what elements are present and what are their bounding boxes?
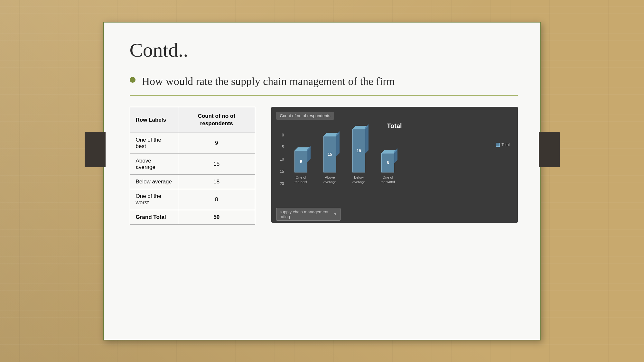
bar-front: 8 xyxy=(381,153,394,172)
bar-3d: 8 xyxy=(381,153,394,172)
bar-right xyxy=(307,146,311,162)
chart-filter-label: Count of no of respondents xyxy=(276,112,334,120)
bar-x-label: Belowaverage xyxy=(349,175,369,184)
chart-plot-area: 9 One ofthe best 15 Aboveaverage 18 xyxy=(286,133,513,205)
bar-3d: 15 xyxy=(323,136,336,172)
bullet-dot-icon xyxy=(130,77,135,83)
bar-right xyxy=(394,148,397,163)
data-table: Row Labels Count of no of respondents On… xyxy=(130,107,255,225)
table-row: One of the worst 8 xyxy=(130,189,255,210)
table-row: Above average 15 xyxy=(130,154,255,175)
table-footer-row: Grand Total 50 xyxy=(130,210,255,225)
bar-value-label: 9 xyxy=(300,159,302,164)
bullet-section: How would rate the supply chain manageme… xyxy=(130,74,518,96)
dropdown-arrow-icon: ▼ xyxy=(334,212,337,216)
bar-wrapper: 9 One ofthe best xyxy=(291,151,312,184)
bar-wrapper: 15 Aboveaverage xyxy=(320,136,341,184)
bars-group: 9 One ofthe best 15 Aboveaverage 18 xyxy=(286,133,398,184)
slide-title: Contd.. xyxy=(130,39,518,61)
bullet-point: How would rate the supply chain manageme… xyxy=(130,74,518,88)
bar-front: 18 xyxy=(352,129,365,172)
legend-box xyxy=(496,143,500,147)
row-value: 18 xyxy=(178,175,255,189)
bar-x-label: One ofthe best xyxy=(291,175,312,184)
chart-container: Count of no of respondents Total 20 15 1… xyxy=(271,107,518,223)
slide: Contd.. How would rate the supply chain … xyxy=(103,22,541,340)
bar-front: 15 xyxy=(323,136,336,172)
row-label: One of the best xyxy=(130,133,178,154)
bar-front: 9 xyxy=(294,151,307,172)
table-row: One of the best 9 xyxy=(130,133,255,154)
bar-3d: 18 xyxy=(352,129,365,172)
bar-right xyxy=(336,131,340,156)
row-value: 8 xyxy=(178,189,255,210)
table-row: Below average 18 xyxy=(130,175,255,189)
row-value: 15 xyxy=(178,154,255,175)
col1-header: Row Labels xyxy=(130,107,178,133)
bar-wrapper: 8 One ofthe worst xyxy=(378,153,398,184)
bar-right xyxy=(365,124,369,153)
chart-body: 20 15 10 5 0 9 One ofthe best xyxy=(276,133,513,205)
table-header-row: Row Labels Count of no of respondents xyxy=(130,107,255,133)
bar-value-label: 15 xyxy=(328,152,332,157)
bullet-text: How would rate the supply chain manageme… xyxy=(142,74,395,88)
bar-x-label: One ofthe worst xyxy=(378,175,398,184)
bar-value-label: 8 xyxy=(387,161,389,165)
legend-label: Total xyxy=(501,143,509,147)
chart-legend: Total xyxy=(496,143,509,147)
chart-main-title: Total xyxy=(276,122,513,130)
bar-wrapper: 18 Belowaverage xyxy=(349,129,369,184)
dropdown-label: supply chain management rating xyxy=(280,209,334,219)
chart-y-axis: 20 15 10 5 0 xyxy=(276,133,284,205)
footer-value: 50 xyxy=(178,210,255,225)
bar-value-label: 18 xyxy=(357,149,361,153)
divider-line xyxy=(130,95,518,96)
row-label: One of the worst xyxy=(130,189,178,210)
col2-header: Count of no of respondents xyxy=(178,107,255,133)
chart-dropdown[interactable]: supply chain management rating ▼ xyxy=(276,208,341,221)
footer-label: Grand Total xyxy=(130,210,178,225)
bar-x-label: Aboveaverage xyxy=(320,175,341,184)
content-area: Row Labels Count of no of respondents On… xyxy=(130,107,518,225)
row-value: 9 xyxy=(178,133,255,154)
row-label: Above average xyxy=(130,154,178,175)
row-label: Below average xyxy=(130,175,178,189)
bar-3d: 9 xyxy=(294,151,307,172)
